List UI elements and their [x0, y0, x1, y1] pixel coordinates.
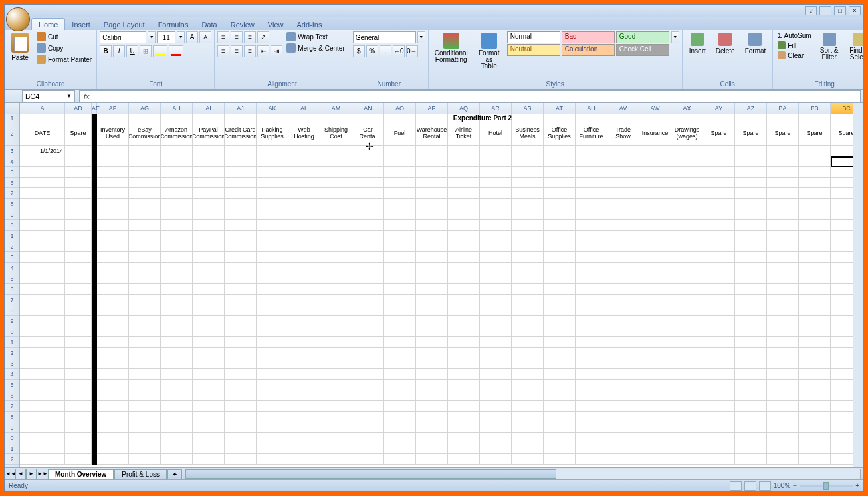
cell[interactable]	[65, 348, 92, 358]
cell[interactable]	[92, 156, 97, 167]
cell[interactable]	[544, 337, 576, 348]
cell[interactable]	[767, 188, 799, 199]
cell[interactable]	[544, 316, 576, 326]
size-dropdown-icon[interactable]: ▼	[177, 31, 185, 43]
cell[interactable]	[639, 263, 671, 273]
row-header[interactable]: 4	[5, 156, 19, 167]
cell[interactable]	[161, 252, 193, 263]
cell[interactable]	[735, 284, 767, 295]
percent-button[interactable]: %	[366, 45, 378, 57]
cell[interactable]	[320, 422, 352, 433]
cell[interactable]	[480, 401, 512, 412]
cell[interactable]	[225, 252, 257, 263]
cell[interactable]	[639, 209, 671, 220]
cell[interactable]	[65, 209, 92, 220]
cell[interactable]	[97, 348, 129, 358]
cell[interactable]	[512, 263, 544, 273]
cell[interactable]	[97, 241, 129, 252]
cell[interactable]	[799, 167, 831, 178]
cell[interactable]	[320, 348, 352, 358]
name-box[interactable]: BC4 ▼	[22, 90, 75, 102]
row-header[interactable]: 0	[5, 433, 19, 443]
cell[interactable]	[320, 326, 352, 337]
cell[interactable]	[97, 156, 129, 167]
formula-input-area[interactable]: fx	[79, 90, 861, 102]
cell[interactable]	[607, 220, 639, 231]
cell[interactable]	[512, 284, 544, 295]
tab-review[interactable]: Review	[224, 19, 261, 30]
cell[interactable]	[225, 316, 257, 326]
vertical-scrollbar[interactable]	[853, 103, 863, 467]
cell[interactable]	[320, 443, 352, 454]
cell[interactable]	[320, 454, 352, 465]
cell[interactable]	[416, 167, 448, 178]
row-header[interactable]: 5	[5, 380, 19, 390]
cell[interactable]	[480, 316, 512, 326]
cell[interactable]	[767, 209, 799, 220]
cell[interactable]	[20, 156, 65, 167]
font-dropdown-icon[interactable]: ▼	[148, 31, 156, 43]
cell[interactable]	[384, 380, 416, 390]
cell[interactable]	[92, 433, 97, 443]
row-header[interactable]: 5	[5, 167, 19, 178]
cell[interactable]	[65, 380, 92, 390]
cell[interactable]	[671, 380, 703, 390]
cell[interactable]	[639, 241, 671, 252]
cell[interactable]	[767, 326, 799, 337]
cell[interactable]	[671, 188, 703, 199]
row-header[interactable]: 4	[5, 263, 19, 273]
cell[interactable]	[352, 209, 384, 220]
cell[interactable]	[352, 284, 384, 295]
cell[interactable]	[799, 316, 831, 326]
cell[interactable]	[671, 178, 703, 188]
cell[interactable]	[799, 209, 831, 220]
cell[interactable]	[257, 390, 288, 401]
cell[interactable]	[767, 146, 799, 156]
cell[interactable]	[448, 146, 480, 156]
cell[interactable]	[448, 295, 480, 305]
cell[interactable]	[576, 401, 607, 412]
cell[interactable]	[320, 380, 352, 390]
row-header[interactable]: 0	[5, 326, 19, 337]
cell[interactable]	[576, 241, 607, 252]
cell[interactable]	[607, 369, 639, 380]
cell[interactable]	[480, 273, 512, 284]
clear-button[interactable]: Clear	[776, 51, 813, 60]
cell[interactable]	[607, 199, 639, 209]
cell[interactable]	[129, 443, 161, 454]
cell[interactable]	[65, 273, 92, 284]
cell[interactable]	[607, 284, 639, 295]
column-header-AJ[interactable]: AJ	[225, 103, 257, 114]
cell[interactable]	[257, 380, 288, 390]
cell[interactable]	[607, 273, 639, 284]
cell[interactable]	[544, 178, 576, 188]
cell[interactable]	[448, 220, 480, 231]
cell[interactable]	[703, 358, 735, 369]
cell[interactable]	[65, 422, 92, 433]
cell[interactable]	[320, 263, 352, 273]
cell[interactable]	[512, 348, 544, 358]
cell[interactable]	[480, 380, 512, 390]
cell[interactable]	[576, 231, 607, 241]
cell[interactable]	[576, 263, 607, 273]
cell[interactable]	[320, 273, 352, 284]
cell[interactable]	[97, 263, 129, 273]
cell[interactable]	[129, 273, 161, 284]
cell[interactable]	[97, 412, 129, 422]
cell[interactable]	[193, 412, 225, 422]
cell[interactable]	[352, 220, 384, 231]
cell[interactable]	[799, 380, 831, 390]
cell[interactable]	[97, 443, 129, 454]
cell[interactable]	[97, 273, 129, 284]
cell[interactable]	[480, 146, 512, 156]
cell[interactable]	[129, 295, 161, 305]
cell[interactable]	[384, 401, 416, 412]
cell[interactable]	[225, 167, 257, 178]
sheet-tab-month-overview[interactable]: Month Overview	[48, 469, 114, 479]
cell[interactable]	[416, 390, 448, 401]
cell[interactable]	[703, 305, 735, 316]
cell[interactable]	[97, 178, 129, 188]
cell[interactable]	[193, 401, 225, 412]
cell[interactable]	[97, 167, 129, 178]
cell[interactable]	[416, 316, 448, 326]
